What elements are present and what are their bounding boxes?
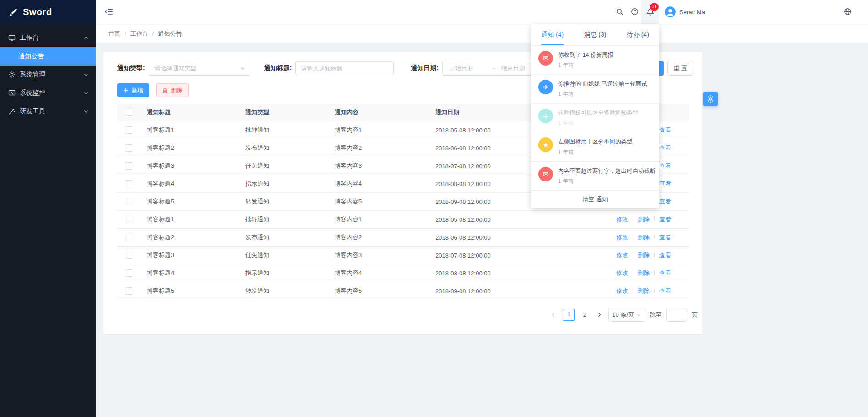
cell-content: 博客内容3 bbox=[328, 247, 429, 264]
language-globe-icon[interactable] bbox=[844, 8, 852, 16]
breadcrumb-workbench[interactable]: 工作台 bbox=[130, 30, 148, 38]
cell-type: 转发通知 bbox=[239, 193, 328, 211]
row-checkbox[interactable] bbox=[125, 144, 132, 152]
row-checkbox[interactable] bbox=[125, 216, 132, 223]
star-icon: ★ bbox=[538, 137, 553, 152]
edit-link[interactable]: 修改 bbox=[616, 269, 628, 276]
cell-date: 2018-06-08 12:00:00 bbox=[429, 229, 557, 247]
row-checkbox[interactable] bbox=[125, 180, 132, 187]
row-checkbox[interactable] bbox=[125, 162, 132, 170]
cell-type: 指示通知 bbox=[239, 264, 328, 282]
row-checkbox[interactable] bbox=[125, 126, 132, 134]
tab-messages[interactable]: 消息 (3) bbox=[574, 24, 616, 45]
cell-title: 博客标题3 bbox=[140, 247, 239, 264]
view-link[interactable]: 查看 bbox=[659, 216, 671, 223]
page-number-1[interactable]: 1 bbox=[563, 309, 575, 321]
breadcrumb-home[interactable]: 首页 bbox=[108, 30, 120, 38]
row-checkbox[interactable] bbox=[125, 198, 132, 205]
view-link[interactable]: 查看 bbox=[659, 198, 671, 205]
delete-link[interactable]: 删除 bbox=[638, 216, 650, 223]
view-link[interactable]: 查看 bbox=[659, 234, 671, 241]
sidebar-item-notice-board[interactable]: 通知公告 bbox=[0, 47, 96, 66]
header-type: 通知类型 bbox=[239, 104, 328, 121]
header-title: 通知标题 bbox=[140, 104, 239, 121]
delete-button[interactable]: 删除 bbox=[156, 83, 189, 97]
notifications-bell-button[interactable]: 11 bbox=[641, 0, 659, 24]
notification-item[interactable]: ✉ 你收到了 14 份新周报 1 年前 bbox=[531, 46, 659, 75]
table-row: 博客标题3 任免通知 博客内容3 2018-07-08 12:00:00 修改删… bbox=[117, 247, 689, 264]
end-date-input[interactable]: 结束日期 bbox=[501, 64, 525, 72]
sidebar-item-workbench[interactable]: 工作台 bbox=[0, 29, 96, 47]
notification-item-read[interactable]: + 这种模板可以区分多种通知类型 1 年前 bbox=[531, 104, 659, 132]
pager-next-icon[interactable] bbox=[595, 309, 604, 320]
edit-link[interactable]: 修改 bbox=[616, 252, 628, 258]
sidebar-item-label: 系统监控 bbox=[20, 89, 83, 97]
help-icon[interactable] bbox=[631, 8, 639, 16]
cell-type: 指示通知 bbox=[239, 175, 328, 193]
cell-content: 博客内容5 bbox=[328, 193, 429, 211]
cell-content: 博客内容4 bbox=[328, 264, 429, 282]
cell-title: 博客标题1 bbox=[140, 211, 239, 229]
edit-link[interactable]: 修改 bbox=[616, 287, 628, 294]
sidebar-item-label: 通知公告 bbox=[18, 52, 89, 60]
edit-link[interactable]: 修改 bbox=[616, 234, 628, 241]
link-divider bbox=[633, 234, 633, 240]
sidebar-item-dev-tools[interactable]: 研发工具 bbox=[0, 102, 96, 121]
pager-prev-icon[interactable] bbox=[549, 309, 558, 320]
notification-time: 1 年前 bbox=[558, 177, 656, 185]
sidebar-item-system-management[interactable]: 系统管理 bbox=[0, 66, 96, 84]
select-all-checkbox[interactable] bbox=[125, 109, 132, 116]
clear-notifications-button[interactable]: 清空 通知 bbox=[531, 191, 659, 208]
row-checkbox[interactable] bbox=[125, 234, 132, 241]
view-link[interactable]: 查看 bbox=[659, 252, 671, 258]
notice-type-select[interactable]: 请选择通知类型 bbox=[149, 61, 250, 76]
view-link[interactable]: 查看 bbox=[659, 162, 671, 169]
page-size-select[interactable]: 10 条/页 bbox=[608, 308, 645, 322]
row-checkbox[interactable] bbox=[125, 269, 132, 277]
row-checkbox[interactable] bbox=[125, 252, 132, 259]
chevron-down-icon bbox=[83, 72, 89, 77]
view-link[interactable]: 查看 bbox=[659, 287, 671, 294]
theme-settings-button[interactable] bbox=[703, 92, 718, 106]
view-link[interactable]: 查看 bbox=[659, 269, 671, 276]
link-divider bbox=[654, 234, 655, 240]
row-checkbox[interactable] bbox=[125, 287, 132, 295]
delete-link[interactable]: 删除 bbox=[638, 234, 650, 241]
reset-button[interactable]: 重 置 bbox=[667, 61, 693, 76]
tab-notices[interactable]: 通知 (4) bbox=[531, 24, 574, 45]
cell-type: 批转通知 bbox=[239, 211, 328, 229]
notification-item[interactable]: ✈ 你推荐的 曲妮妮 已通过第三轮面试 1 年前 bbox=[531, 75, 659, 104]
cell-content: 博客内容1 bbox=[328, 211, 429, 229]
jump-page-input[interactable] bbox=[666, 308, 687, 322]
add-button[interactable]: 新增 bbox=[117, 83, 149, 97]
notice-title-input[interactable] bbox=[295, 61, 394, 75]
start-date-input[interactable]: 开始日期 bbox=[449, 64, 487, 72]
sidebar-item-system-monitor[interactable]: 系统监控 bbox=[0, 84, 96, 102]
cell-date: 2018-07-08 12:00:00 bbox=[429, 247, 557, 264]
plus-icon bbox=[123, 88, 129, 93]
delete-link[interactable]: 删除 bbox=[638, 287, 650, 294]
notification-dropdown: 通知 (4) 消息 (3) 待办 (4) ✉ 你收到了 14 份新周报 1 年前… bbox=[531, 24, 659, 208]
search-icon[interactable] bbox=[616, 8, 624, 16]
notification-item[interactable]: ★ 左侧图标用于区分不同的类型 1 年前 bbox=[531, 132, 659, 161]
header-content: 通知内容 bbox=[328, 104, 429, 121]
delete-link[interactable]: 删除 bbox=[638, 269, 650, 276]
dev-tools-icon bbox=[8, 108, 16, 115]
notice-date-label: 通知日期: bbox=[411, 64, 439, 72]
notice-type-placeholder: 请选择通知类型 bbox=[155, 64, 240, 72]
view-link[interactable]: 查看 bbox=[659, 126, 671, 133]
user-name[interactable]: Serati Ma bbox=[679, 0, 705, 24]
notification-item[interactable]: ✉ 内容不要超过两行字，超出时自动截断 1 年前 bbox=[531, 162, 659, 191]
breadcrumb-separator: / bbox=[152, 30, 154, 37]
view-link[interactable]: 查看 bbox=[659, 144, 671, 151]
tab-todos[interactable]: 待办 (4) bbox=[617, 24, 659, 45]
chevron-down-icon bbox=[83, 90, 89, 96]
sidebar-collapse-icon[interactable] bbox=[104, 7, 113, 16]
delete-link[interactable]: 删除 bbox=[638, 252, 650, 258]
user-avatar[interactable] bbox=[665, 6, 676, 17]
link-divider bbox=[654, 288, 655, 293]
page-number-2[interactable]: 2 bbox=[579, 309, 590, 320]
edit-link[interactable]: 修改 bbox=[616, 216, 628, 223]
chevron-down-icon bbox=[83, 109, 89, 114]
view-link[interactable]: 查看 bbox=[659, 180, 671, 187]
